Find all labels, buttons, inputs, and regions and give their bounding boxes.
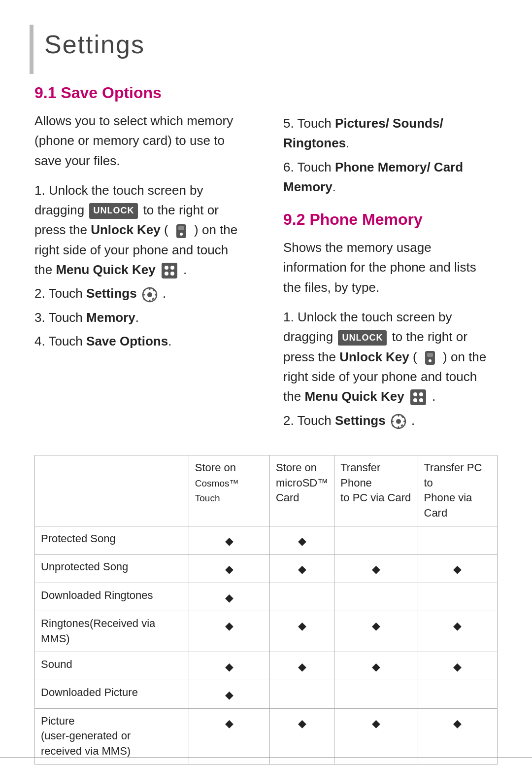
section-91-title: 9.1 Save Options: [34, 84, 249, 102]
svg-rect-3: [162, 263, 177, 278]
settings-gear-icon-2: [391, 414, 406, 429]
svg-rect-30: [391, 420, 394, 422]
row-store_micro: ◆: [269, 611, 334, 652]
row-store_micro: [269, 583, 334, 611]
row-transfer_to_pc: ◆: [334, 652, 418, 680]
page-title: Settings: [44, 30, 498, 59]
step-num: 1.: [283, 310, 298, 324]
step-92-2: 2. Touch Settings: [283, 411, 498, 430]
step-4: 4. Touch Save Options.: [34, 331, 249, 351]
col-header-label: [35, 455, 189, 526]
table-row: Ringtones(Received via MMS)◆◆◆◆: [35, 611, 498, 652]
unlock-key-icon: [173, 223, 189, 239]
menu-grid-icon: [161, 262, 178, 279]
row-label: Protected Song: [35, 526, 189, 555]
row-transfer_to_pc: [334, 526, 418, 555]
step-5: 5. Touch Pictures/ Sounds/ Ringtones.: [283, 113, 498, 153]
svg-point-9: [147, 292, 152, 297]
step-num: 1.: [34, 183, 49, 198]
row-store_cosmos: ◆: [189, 611, 269, 652]
table-body: Protected Song◆◆Unprotected Song◆◆◆◆Down…: [35, 526, 498, 765]
svg-rect-28: [398, 414, 399, 417]
svg-point-20: [429, 359, 432, 362]
table-row: Downloaded Ringtones◆: [35, 583, 498, 611]
unlock-badge: UNLOCK: [89, 203, 138, 219]
page-footer: 116 C O S M O S™ TOUCH: [0, 757, 532, 765]
svg-point-6: [165, 272, 168, 276]
diamond-icon: ◆: [225, 620, 233, 632]
svg-point-25: [419, 398, 423, 402]
diamond-icon: ◆: [225, 535, 233, 547]
step-1: 1. Unlock the touch screen by dragging U…: [34, 180, 249, 279]
row-label: Picture (user-generated or received via …: [35, 708, 189, 764]
diamond-icon: ◆: [453, 620, 462, 632]
row-transfer_to_pc: ◆: [334, 611, 418, 652]
memory-table: Store onCosmos™ Touch Store onmicroSD™Ca…: [34, 455, 498, 765]
unlock-key-icon-2: [422, 350, 438, 366]
svg-point-27: [396, 419, 401, 424]
diamond-icon: ◆: [225, 717, 233, 730]
row-store_cosmos: ◆: [189, 583, 269, 611]
section-91-intro: Allows you to select which memory (phone…: [34, 111, 249, 171]
step-92-1: 1. Unlock the touch screen by dragging U…: [283, 307, 498, 406]
row-transfer_to_phone: [418, 680, 498, 708]
svg-rect-11: [149, 300, 150, 302]
table-row: Sound◆◆◆◆: [35, 652, 498, 680]
svg-rect-21: [410, 389, 426, 405]
diamond-icon: ◆: [453, 717, 462, 730]
table-row: Downloaded Picture◆: [35, 680, 498, 708]
diamond-icon: ◆: [453, 661, 462, 673]
row-store_cosmos: ◆: [189, 652, 269, 680]
row-label: Ringtones(Received via MMS): [35, 611, 189, 652]
table-row: Protected Song◆◆: [35, 526, 498, 555]
row-store_cosmos: ◆: [189, 526, 269, 555]
row-store_cosmos: ◆: [189, 680, 269, 708]
row-label: Downloaded Picture: [35, 680, 189, 708]
row-store_micro: ◆: [269, 526, 334, 555]
left-column: 9.1 Save Options Allows you to select wh…: [34, 84, 254, 435]
svg-rect-29: [398, 426, 399, 429]
row-transfer_to_phone: ◆: [418, 652, 498, 680]
diamond-icon: ◆: [298, 535, 306, 547]
row-store_micro: ◆: [269, 708, 334, 764]
diamond-icon: ◆: [225, 591, 233, 604]
row-store_micro: ◆: [269, 555, 334, 583]
diamond-icon: ◆: [225, 689, 233, 701]
svg-point-22: [413, 392, 417, 396]
svg-point-2: [180, 233, 183, 236]
section-91-steps: 1. Unlock the touch screen by dragging U…: [34, 180, 249, 351]
svg-rect-1: [178, 226, 184, 230]
unlock-badge-2: UNLOCK: [338, 330, 387, 346]
row-transfer_to_pc: [334, 583, 418, 611]
row-store_micro: ◆: [269, 652, 334, 680]
row-transfer_to_phone: ◆: [418, 611, 498, 652]
right-column: 5. Touch Pictures/ Sounds/ Ringtones. 6.…: [278, 84, 498, 435]
row-label: Downloaded Ringtones: [35, 583, 189, 611]
row-transfer_to_pc: ◆: [334, 555, 418, 583]
step-num: 3.: [34, 310, 48, 325]
diamond-icon: ◆: [298, 620, 306, 632]
diamond-icon: ◆: [372, 717, 380, 730]
row-store_cosmos: ◆: [189, 708, 269, 764]
svg-rect-13: [155, 294, 157, 295]
col-header-store-micro: Store onmicroSD™Card: [269, 455, 334, 526]
step-2: 2. Touch Settings: [34, 283, 249, 303]
step-3: 3. Touch Memory.: [34, 308, 249, 327]
col-header-transfer-pc: Transfer Phoneto PC via Card: [334, 455, 418, 526]
row-transfer_to_phone: ◆: [418, 555, 498, 583]
svg-point-7: [170, 272, 174, 276]
diamond-icon: ◆: [372, 661, 380, 673]
svg-point-5: [170, 266, 174, 270]
content-columns: 9.1 Save Options Allows you to select wh…: [34, 84, 498, 435]
section-92-title: 9.2 Phone Memory: [283, 210, 498, 229]
row-transfer_to_phone: [418, 583, 498, 611]
col-header-transfer-phone: Transfer PC toPhone viaCard: [418, 455, 498, 526]
row-label: Unprotected Song: [35, 555, 189, 583]
section-92-steps: 1. Unlock the touch screen by dragging U…: [283, 307, 498, 430]
step-num: 5.: [283, 116, 297, 131]
step-num: 6.: [283, 160, 297, 174]
svg-rect-19: [427, 353, 433, 357]
step-num: 2.: [283, 413, 297, 428]
diamond-icon: ◆: [372, 563, 380, 575]
row-transfer_to_pc: [334, 680, 418, 708]
